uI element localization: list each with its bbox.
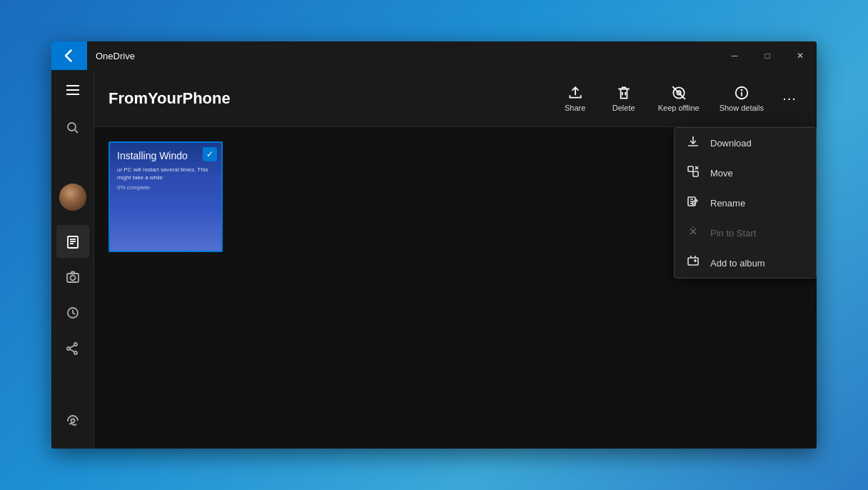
download-icon xyxy=(686,135,700,151)
title-bar: OneDrive ─ □ ✕ xyxy=(51,41,817,70)
window-title: OneDrive xyxy=(96,51,718,61)
rename-icon xyxy=(686,195,700,211)
close-button[interactable]: ✕ xyxy=(784,41,817,70)
hamburger-menu[interactable] xyxy=(56,76,89,104)
share-label: Share xyxy=(565,104,585,112)
svg-rect-2 xyxy=(68,236,78,248)
delete-button[interactable]: Delete xyxy=(602,81,645,116)
pin-to-start-label: Pin to Start xyxy=(710,228,756,239)
svg-rect-26 xyxy=(688,166,693,171)
svg-rect-37 xyxy=(688,258,698,265)
rename-label: Rename xyxy=(710,198,745,209)
delete-label: Delete xyxy=(612,104,635,112)
pin-to-start-icon xyxy=(686,225,700,241)
add-to-album-icon xyxy=(686,255,700,271)
sidebar xyxy=(51,70,94,449)
files-area: Installing Windo ur PC will restart seve… xyxy=(94,127,817,449)
sidebar-item-files[interactable] xyxy=(56,225,89,258)
keep-offline-label: Keep offline xyxy=(658,104,700,112)
add-to-album-label: Add to album xyxy=(710,258,765,269)
share-icon xyxy=(567,85,583,101)
sidebar-item-offline[interactable] xyxy=(56,404,89,437)
svg-point-10 xyxy=(67,347,70,350)
svg-point-11 xyxy=(74,351,77,354)
maximize-button[interactable]: □ xyxy=(751,41,784,70)
context-pin-to-start: Pin to Start xyxy=(675,218,816,248)
context-move[interactable]: Move xyxy=(675,158,816,188)
svg-line-13 xyxy=(70,349,74,352)
delete-icon xyxy=(616,85,632,101)
share-button[interactable]: Share xyxy=(554,81,597,116)
toolbar: FromYourPhone Share xyxy=(94,70,817,127)
sidebar-item-shared[interactable] xyxy=(56,332,89,365)
move-icon xyxy=(686,165,700,181)
main-area: FromYourPhone Share xyxy=(51,70,817,449)
show-details-button[interactable]: Show details xyxy=(712,81,771,116)
context-menu: Download Move xyxy=(674,127,817,279)
svg-rect-27 xyxy=(693,171,698,176)
selected-badge: ✓ xyxy=(203,147,217,161)
svg-point-9 xyxy=(74,343,77,346)
hamburger-line-2 xyxy=(66,89,79,91)
more-button[interactable]: ··· xyxy=(777,86,802,111)
context-rename[interactable]: Rename xyxy=(675,188,816,218)
context-add-to-album[interactable]: Add to album xyxy=(675,248,816,278)
svg-line-12 xyxy=(70,346,74,349)
svg-line-1 xyxy=(75,130,78,133)
sidebar-item-recent[interactable] xyxy=(56,296,89,329)
app-window: OneDrive ─ □ ✕ xyxy=(51,41,817,449)
page-title: FromYourPhone xyxy=(108,89,554,108)
show-details-label: Show details xyxy=(720,104,764,112)
minimize-button[interactable]: ─ xyxy=(718,41,751,70)
svg-line-20 xyxy=(672,86,685,99)
window-controls: ─ □ ✕ xyxy=(718,41,817,70)
install-subtitle: ur PC will restart several times. This m… xyxy=(117,166,214,181)
sidebar-item-search[interactable] xyxy=(56,111,89,144)
keep-offline-button[interactable]: Keep offline xyxy=(651,81,707,116)
keep-offline-icon xyxy=(671,85,687,101)
user-avatar[interactable] xyxy=(59,184,86,211)
back-icon xyxy=(62,49,76,63)
install-progress: 0% complete xyxy=(117,184,214,191)
toolbar-actions: Share Delete xyxy=(554,81,802,116)
svg-point-0 xyxy=(68,123,76,131)
info-icon xyxy=(734,85,750,101)
sidebar-item-camera[interactable] xyxy=(56,261,89,294)
back-button[interactable] xyxy=(51,41,87,70)
context-download[interactable]: Download xyxy=(675,128,816,158)
download-label: Download xyxy=(710,138,752,149)
hamburger-line-1 xyxy=(66,85,79,86)
more-dots: ··· xyxy=(782,90,797,106)
move-label: Move xyxy=(710,168,733,179)
install-title-text: Installing Windo xyxy=(117,150,188,161)
svg-point-23 xyxy=(741,89,742,90)
content-area: FromYourPhone Share xyxy=(94,70,817,449)
file-thumbnail[interactable]: Installing Windo ur PC will restart seve… xyxy=(108,141,223,252)
install-title: Installing Windo xyxy=(117,150,214,161)
avatar-image xyxy=(59,184,86,211)
svg-point-14 xyxy=(71,419,74,423)
svg-point-7 xyxy=(70,276,75,281)
hamburger-line-3 xyxy=(66,94,79,95)
